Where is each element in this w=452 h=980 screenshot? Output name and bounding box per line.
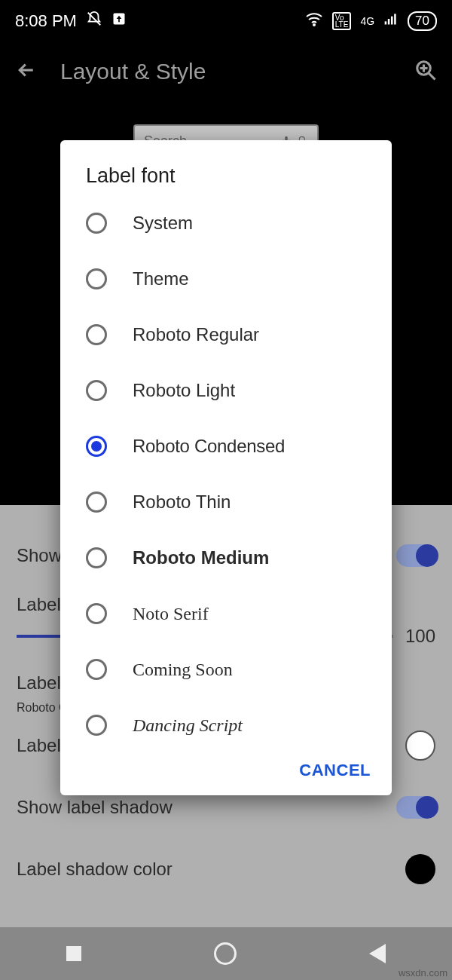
- font-option[interactable]: Theme: [60, 251, 392, 307]
- radio-icon: [86, 380, 107, 401]
- font-option-label: Roboto Medium: [133, 547, 269, 568]
- radio-icon: [86, 324, 107, 345]
- radio-selected-icon: [86, 436, 107, 457]
- font-option[interactable]: Roboto Thin: [60, 474, 392, 530]
- cancel-button[interactable]: CANCEL: [299, 761, 371, 780]
- radio-icon: [86, 268, 107, 289]
- font-option-label: Roboto Light: [133, 380, 235, 401]
- font-option-label: Dancing Script: [133, 715, 243, 736]
- radio-icon: [86, 659, 107, 680]
- label-font-dialog: Label font SystemThemeRoboto RegularRobo…: [60, 140, 392, 795]
- font-option[interactable]: Coming Soon: [60, 642, 392, 697]
- font-options-list: SystemThemeRoboto RegularRoboto LightRob…: [60, 195, 392, 753]
- font-option[interactable]: Roboto Condensed: [60, 418, 392, 474]
- font-option-label: Theme: [133, 268, 189, 289]
- radio-icon: [86, 715, 107, 736]
- font-option-label: Coming Soon: [133, 660, 233, 680]
- font-option[interactable]: Roboto Regular: [60, 307, 392, 363]
- font-option-label: Roboto Thin: [133, 492, 231, 513]
- radio-icon: [86, 213, 107, 234]
- font-option[interactable]: System: [60, 195, 392, 251]
- radio-icon: [86, 492, 107, 513]
- font-option-label: Noto Serif: [133, 604, 209, 624]
- font-option[interactable]: Roboto Light: [60, 363, 392, 418]
- font-option[interactable]: Dancing Script: [60, 697, 392, 753]
- font-option[interactable]: Noto Serif: [60, 586, 392, 642]
- font-option-label: Roboto Regular: [133, 324, 259, 345]
- dialog-title: Label font: [60, 164, 392, 195]
- font-option[interactable]: Roboto Medium: [60, 530, 392, 586]
- radio-icon: [86, 603, 107, 624]
- watermark: wsxdn.com: [399, 967, 447, 978]
- screen: 8:08 PM VoLTE 4G 70 Layout & Style: [0, 0, 452, 980]
- dialog-actions: CANCEL: [60, 753, 392, 785]
- font-option-label: Roboto Condensed: [133, 436, 285, 457]
- radio-icon: [86, 547, 107, 568]
- font-option-label: System: [133, 213, 193, 234]
